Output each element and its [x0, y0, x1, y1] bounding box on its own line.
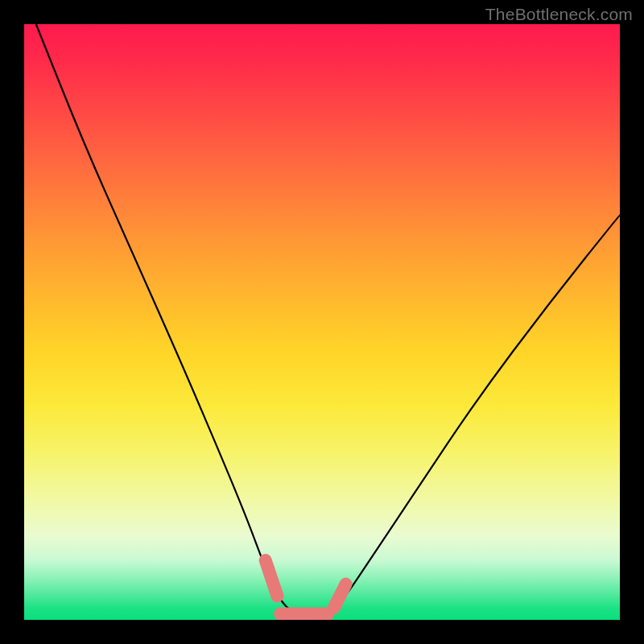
watermark-text: TheBottleneck.com: [485, 5, 633, 24]
valley-markers: [266, 560, 346, 614]
outer-frame: TheBottleneck.com: [0, 0, 644, 644]
chart-svg: [24, 24, 620, 620]
plot-area: [24, 24, 620, 620]
bottleneck-curve: [36, 24, 620, 614]
